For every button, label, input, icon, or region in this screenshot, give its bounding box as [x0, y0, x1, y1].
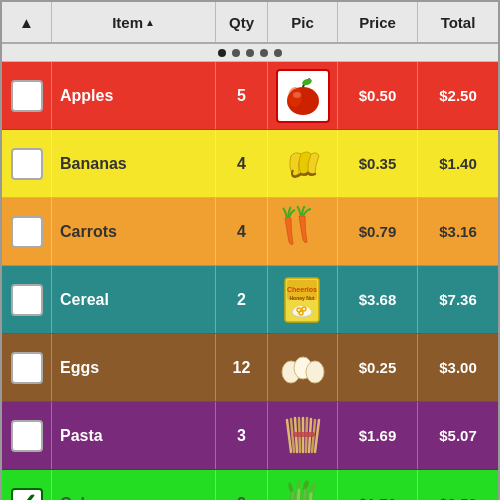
header-item[interactable]: Item ▲ — [52, 2, 216, 42]
celery-pic — [268, 470, 338, 500]
header-sort-arrow[interactable]: ▲ — [2, 2, 52, 42]
carrots-qty: 4 — [216, 198, 268, 265]
table-row: Cereal 2 Cheerios Honey Nut $ — [2, 266, 498, 334]
bananas-image — [277, 138, 329, 190]
checkmark-icon: ✓ — [16, 488, 38, 500]
apples-pic — [268, 62, 338, 129]
cereal-total: $7.36 — [418, 266, 498, 333]
table-row: Carrots 4 — [2, 198, 498, 266]
bananas-pic — [268, 130, 338, 197]
eggs-pic — [268, 334, 338, 401]
bananas-price: $0.35 — [338, 130, 418, 197]
cereal-qty: 2 — [216, 266, 268, 333]
eggs-image — [277, 342, 329, 394]
grocery-table: ▲ Item ▲ Qty Pic Price Total Apples — [0, 0, 500, 500]
eggs-name: Eggs — [52, 334, 216, 401]
header-total: Total — [418, 2, 498, 42]
carrots-name: Carrots — [52, 198, 216, 265]
table-row: Apples 5 $0.50 — [2, 62, 498, 130]
celery-name: Celery — [52, 470, 216, 500]
carrots-checkbox-box[interactable] — [11, 216, 43, 248]
cereal-pic: Cheerios Honey Nut — [268, 266, 338, 333]
carrots-total: $3.16 — [418, 198, 498, 265]
cereal-price: $3.68 — [338, 266, 418, 333]
bananas-name: Bananas — [52, 130, 216, 197]
dot-4[interactable] — [260, 49, 268, 57]
pasta-name: Pasta — [52, 402, 216, 469]
eggs-checkbox-box[interactable] — [11, 352, 43, 384]
celery-image — [277, 478, 329, 501]
eggs-price: $0.25 — [338, 334, 418, 401]
carrots-image — [277, 206, 329, 258]
table-row: Bananas 4 $0.35 — [2, 130, 498, 198]
apples-checkbox-box[interactable] — [11, 80, 43, 112]
celery-total: $3.58 — [418, 470, 498, 500]
cereal-checkbox-box[interactable] — [11, 284, 43, 316]
table-row: Eggs 12 $0.25 $3.00 — [2, 334, 498, 402]
apples-total: $2.50 — [418, 62, 498, 129]
dot-5[interactable] — [274, 49, 282, 57]
cereal-name: Cereal — [52, 266, 216, 333]
bananas-checkbox-box[interactable] — [11, 148, 43, 180]
svg-point-15 — [306, 361, 324, 383]
svg-text:Honey Nut: Honey Nut — [289, 295, 314, 301]
bananas-total: $1.40 — [418, 130, 498, 197]
bananas-checkbox[interactable] — [2, 130, 52, 197]
celery-price: $1.70 — [338, 470, 418, 500]
cereal-checkbox[interactable] — [2, 266, 52, 333]
eggs-total: $3.00 — [418, 334, 498, 401]
pasta-total: $5.07 — [418, 402, 498, 469]
apples-price: $0.50 — [338, 62, 418, 129]
celery-checkbox[interactable]: ✓ — [2, 470, 52, 500]
dot-3[interactable] — [246, 49, 254, 57]
header-qty: Qty — [216, 2, 268, 42]
svg-point-3 — [293, 92, 301, 98]
bananas-qty: 4 — [216, 130, 268, 197]
celery-checkbox-box[interactable]: ✓ — [11, 488, 43, 501]
pasta-qty: 3 — [216, 402, 268, 469]
apples-name: Apples — [52, 62, 216, 129]
table-header: ▲ Item ▲ Qty Pic Price Total — [2, 2, 498, 44]
pasta-checkbox[interactable] — [2, 402, 52, 469]
pasta-image — [277, 410, 329, 462]
apples-qty: 5 — [216, 62, 268, 129]
table-row: Pasta 3 — [2, 402, 498, 470]
header-price: Price — [338, 2, 418, 42]
pasta-pic — [268, 402, 338, 469]
apples-image — [276, 69, 330, 123]
carrots-price: $0.79 — [338, 198, 418, 265]
header-pic: Pic — [268, 2, 338, 42]
dot-1[interactable] — [218, 49, 226, 57]
pasta-checkbox-box[interactable] — [11, 420, 43, 452]
svg-rect-25 — [293, 432, 315, 437]
svg-text:Cheerios: Cheerios — [287, 286, 317, 293]
apples-checkbox[interactable] — [2, 62, 52, 129]
cereal-image: Cheerios Honey Nut — [277, 274, 329, 326]
eggs-checkbox[interactable] — [2, 334, 52, 401]
celery-qty: 2 — [216, 470, 268, 500]
carrots-checkbox[interactable] — [2, 198, 52, 265]
item-sort-icon: ▲ — [145, 17, 155, 28]
carrots-pic — [268, 198, 338, 265]
dot-2[interactable] — [232, 49, 240, 57]
eggs-qty: 12 — [216, 334, 268, 401]
pasta-price: $1.69 — [338, 402, 418, 469]
pagination-dots — [2, 44, 498, 62]
table-row: ✓ Celery 2 — [2, 470, 498, 500]
